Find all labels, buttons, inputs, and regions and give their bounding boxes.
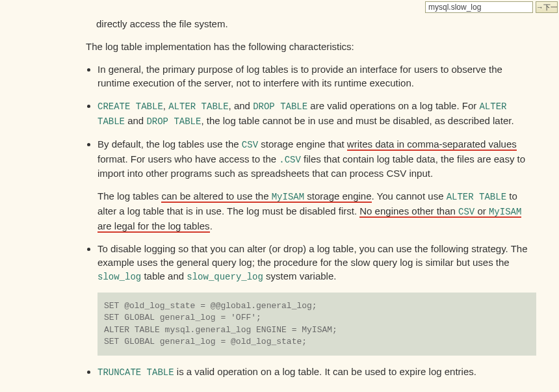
text: or xyxy=(474,205,489,216)
text: , and xyxy=(229,100,254,111)
list-item: In general, the primary purpose of log t… xyxy=(98,62,536,90)
text: , the log table cannot be in use and mus… xyxy=(201,115,514,126)
bullet6-paragraph: RENAME TABLE is a valid operation on a l… xyxy=(98,389,536,393)
list-item: By default, the log tables use the CSV s… xyxy=(98,137,536,232)
topbar: →下一 xyxy=(0,0,559,17)
main-content: directly access the file system. The log… xyxy=(0,17,559,392)
truncate-table-link[interactable]: TRUNCATE TABLE xyxy=(98,367,174,378)
csv-link[interactable]: CSV xyxy=(242,140,258,150)
next-button[interactable]: →下一 xyxy=(536,1,558,13)
text: table and xyxy=(141,270,187,281)
text: storage engine xyxy=(304,190,371,202)
text: format. For users who have access to the xyxy=(98,153,279,164)
text: storage engine that xyxy=(258,138,347,150)
underlined-text: writes data in comma-separated values xyxy=(347,138,517,151)
text: is a valid operation on a log table. It … xyxy=(174,366,476,377)
drop-table-link[interactable]: DROP TABLE xyxy=(146,116,201,127)
text: , xyxy=(163,100,168,111)
text: . You cannot use xyxy=(372,190,447,202)
list-item: TRUNCATE TABLE is a valid operation on a… xyxy=(98,365,536,380)
characteristics-list: In general, the primary purpose of log t… xyxy=(86,62,536,392)
text: The log tables xyxy=(98,190,161,202)
alter-table-link[interactable]: ALTER TABLE xyxy=(447,192,506,202)
csv-link[interactable]: CSV xyxy=(458,207,474,217)
page-root: →下一 directly access the file system. The… xyxy=(0,0,559,392)
underlined-text: can be altered to use the MyISAM storage… xyxy=(161,190,371,203)
create-table-link[interactable]: CREATE TABLE xyxy=(98,101,163,112)
alter-table-link[interactable]: ALTER TABLE xyxy=(168,101,228,112)
list-item: RENAME TABLE is a valid operation on a l… xyxy=(98,389,536,393)
bullet3b-paragraph: The log tables can be altered to use the… xyxy=(98,189,536,232)
text: By default, the log tables use the xyxy=(98,138,242,150)
code-block: SET @old_log_state = @@global.general_lo… xyxy=(98,293,536,356)
dotcsv-code: .CSV xyxy=(279,155,301,165)
myisam-link[interactable]: MyISAM xyxy=(489,207,521,217)
text: are legal for the log tables xyxy=(98,220,210,231)
trailing-fragment: directly access the file system. xyxy=(96,17,536,31)
myisam-link[interactable]: MyISAM xyxy=(272,192,304,202)
drop-table-link[interactable]: DROP TABLE xyxy=(253,101,307,112)
text: are valid operations on a log table. For xyxy=(307,100,479,111)
bullet4-paragraph: To disable logging so that you can alter… xyxy=(98,242,536,284)
slow-log-code: slow_log xyxy=(98,272,141,282)
text: No engines other than xyxy=(359,205,458,216)
slow-query-log-link[interactable]: slow_query_log xyxy=(187,272,263,282)
text: system variable. xyxy=(263,270,337,281)
list-item: CREATE TABLE, ALTER TABLE, and DROP TABL… xyxy=(98,99,536,128)
text: . xyxy=(210,220,213,231)
intro-paragraph: The log table implementation has the fol… xyxy=(86,40,536,53)
bullet1-text: In general, the primary purpose of log t… xyxy=(98,64,502,88)
list-item: To disable logging so that you can alter… xyxy=(98,242,536,356)
text: To disable logging so that you can alter… xyxy=(98,243,528,268)
text: and xyxy=(125,115,146,126)
text: can be altered to use the xyxy=(161,190,271,202)
search-input[interactable] xyxy=(425,1,533,13)
bullet3a-paragraph: By default, the log tables use the CSV s… xyxy=(98,137,536,180)
